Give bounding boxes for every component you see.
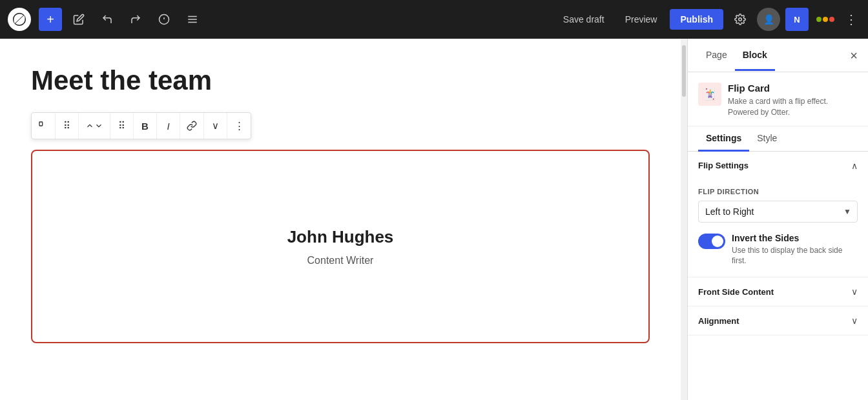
flip-direction-select-wrapper: Left to Right Right to Left Top to Botto… [698,201,858,223]
alignment-panel: Alignment ∨ [688,306,868,335]
flip-card-block[interactable]: John Hughes Content Writer [31,150,650,343]
sidebar-tab-bar: Page Block × [688,39,868,72]
alignment-title: Alignment [698,316,739,326]
block-icon: 🃏 [698,83,721,106]
invert-sides-row: Invert the Sides Use this to display the… [698,233,858,267]
svg-rect-7 [39,122,43,126]
block-title: Flip Card [728,83,858,94]
flip-settings-panel: Flip Settings ∧ FLIP DIRECTION Left to R… [688,152,868,278]
bold-button[interactable]: B [134,113,157,139]
invert-sides-info: Invert the Sides Use this to display the… [732,233,858,267]
edit-mode-button[interactable] [67,8,90,31]
block-options-button[interactable]: ⋮ [227,113,251,139]
main-layout: Meet the team ⠿ ⠿ B I ∨ ⋮ John Hughes Co… [0,39,868,400]
settings-button[interactable] [728,8,752,31]
yoast-status-dots [816,17,834,22]
tab-page[interactable]: Page [698,41,735,71]
italic-button[interactable]: I [157,113,180,139]
notifications-badge[interactable]: N [785,8,809,31]
page-title: Meet the team [31,65,650,97]
front-side-content-title: Front Side Content [698,287,774,297]
info-button[interactable] [152,8,176,31]
editor-area[interactable]: Meet the team ⠿ ⠿ B I ∨ ⋮ John Hughes Co… [0,39,681,400]
invert-sides-desc: Use this to display the back side first. [732,245,858,267]
publish-button[interactable]: Publish [670,9,723,30]
flip-settings-chevron: ∧ [851,161,858,171]
flip-settings-header[interactable]: Flip Settings ∧ [688,152,868,180]
add-block-button[interactable]: + [39,8,62,31]
front-side-content-panel: Front Side Content ∨ [688,277,868,306]
front-side-content-chevron: ∨ [851,286,858,297]
invert-sides-label: Invert the Sides [732,233,858,243]
move-up-down-button[interactable] [79,113,110,139]
block-description: Make a card with a flip effect. Powered … [728,96,858,118]
sub-tab-settings[interactable]: Settings [698,126,749,152]
alignment-chevron: ∨ [851,315,858,326]
block-toolbar: ⠿ ⠿ B I ∨ ⋮ [31,112,251,139]
add-inner-block-button[interactable]: ⠿ [110,113,134,139]
flip-settings-content: FLIP DIRECTION Left to Right Right to Le… [688,180,868,277]
block-type-button[interactable] [32,113,56,139]
sidebar-close-button[interactable]: × [850,49,858,62]
flip-settings-title: Flip Settings [698,161,749,170]
undo-button[interactable] [96,8,119,31]
link-button[interactable] [180,113,204,139]
list-view-button[interactable] [181,8,204,31]
top-toolbar: + Save draft Preview Publish 👤 N ⋮ [0,0,868,39]
user-avatar[interactable]: 👤 [757,8,780,31]
more-menu-button[interactable]: ⋮ [842,9,860,30]
redo-button[interactable] [124,8,147,31]
flip-card-role: Content Writer [307,255,374,266]
invert-sides-toggle[interactable] [698,234,725,249]
yoast-icon[interactable] [814,8,837,31]
flip-card-icon: 🃏 [703,87,717,101]
drag-handle[interactable]: ⠿ [56,113,79,139]
flip-direction-label: FLIP DIRECTION [698,188,858,195]
more-options-dropdown[interactable]: ∨ [204,113,227,139]
sub-tab-style[interactable]: Style [749,126,785,152]
preview-button[interactable]: Preview [617,10,665,28]
flip-direction-select[interactable]: Left to Right Right to Left Top to Botto… [698,201,858,223]
editor-scrollbar[interactable] [681,39,687,400]
front-side-content-header[interactable]: Front Side Content ∨ [688,277,868,306]
toggle-knob [712,235,723,247]
sidebar: Page Block × 🃏 Flip Card Make a card wit… [687,39,868,400]
flip-card-name: John Hughes [287,227,394,247]
block-info-text: Flip Card Make a card with a flip effect… [728,83,858,118]
save-draft-button[interactable]: Save draft [555,10,612,28]
editor-scrollbar-thumb[interactable] [682,45,686,97]
block-info-panel: 🃏 Flip Card Make a card with a flip effe… [688,72,868,126]
svg-point-6 [739,18,742,21]
tab-block[interactable]: Block [735,41,775,71]
alignment-header[interactable]: Alignment ∨ [688,306,868,335]
sub-tab-bar: Settings Style [688,126,868,152]
wordpress-logo[interactable] [8,8,31,31]
